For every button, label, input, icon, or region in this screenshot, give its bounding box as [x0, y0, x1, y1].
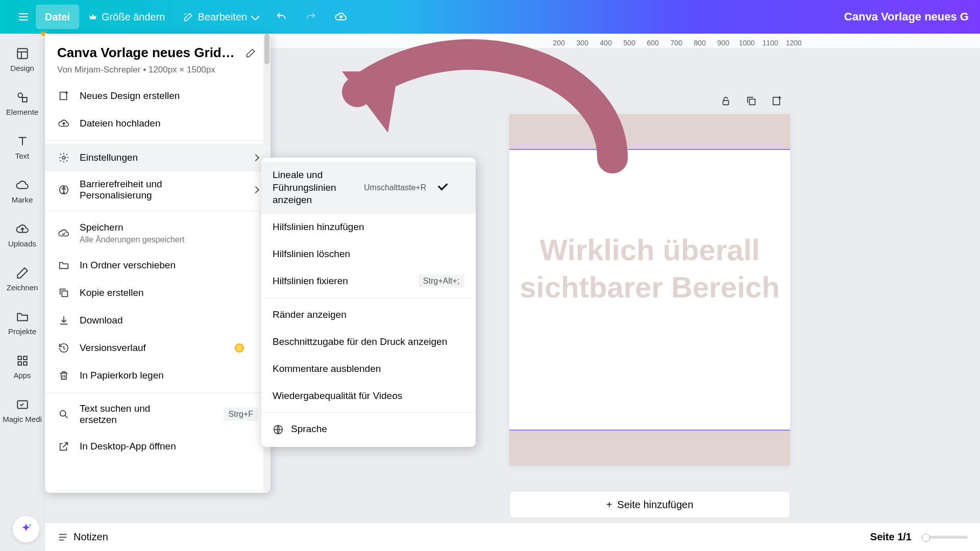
edit-button[interactable]: Bearbeiten [174, 5, 266, 29]
rail-apps[interactable]: Apps [2, 346, 43, 387]
show-margins-item[interactable]: Ränder anzeigen [261, 302, 476, 329]
cloud-sync-button[interactable] [326, 5, 356, 29]
settings-submenu: Lineale und Führungslinien anzeigen Umsc… [261, 158, 476, 447]
rail-uploads[interactable]: Uploads [2, 214, 43, 255]
make-copy-item[interactable]: Kopie erstellen [45, 279, 271, 307]
pencil-icon [15, 266, 30, 280]
redo-button[interactable] [296, 5, 326, 29]
file-menu-subtitle: Von Mirjam-Schrepler • 1200px × 1500px [57, 65, 258, 75]
brand-icon: 👑 [15, 178, 30, 192]
new-design-icon [57, 89, 70, 103]
svg-rect-11 [23, 362, 27, 365]
svg-rect-13 [723, 101, 729, 105]
svg-rect-9 [23, 356, 27, 360]
shortcut-label: Strg+Alt+; [418, 274, 464, 288]
svg-point-20 [62, 156, 65, 159]
add-page-button[interactable]: + Seite hinzufügen [509, 491, 790, 518]
topbar: Datei Größe ändern Bearbeiten Canva Vorl… [0, 0, 980, 34]
undo-button[interactable] [266, 5, 296, 29]
bottom-bar: Notizen Seite 1/1 [45, 522, 980, 551]
svg-rect-23 [62, 291, 67, 296]
rail-draw[interactable]: Zeichnen [2, 258, 43, 299]
template-icon [15, 46, 30, 61]
magic-wand-icon [183, 12, 193, 22]
folder-move-icon [57, 259, 70, 272]
file-menu: Canva Vorlage neues Grid 2… Von Mirjam-S… [45, 34, 271, 493]
version-history-item[interactable]: Versionsverlauf [45, 334, 271, 362]
doc-title[interactable]: Canva Vorlage neues G [844, 10, 969, 23]
show-bleed-item[interactable]: Beschnittzugabe für den Druck anzeigen [261, 329, 476, 356]
gear-icon [57, 151, 70, 164]
chevron-right-icon [252, 186, 259, 193]
globe-icon [273, 424, 284, 435]
duplicate-page-button[interactable] [744, 94, 758, 108]
new-design-item[interactable]: Neues Design erstellen [45, 82, 271, 110]
chevron-down-icon [251, 11, 257, 23]
rail-brand[interactable]: 👑Marke [2, 170, 43, 211]
svg-point-22 [63, 187, 65, 188]
chevron-right-icon [252, 154, 259, 161]
upload-icon [15, 222, 30, 236]
side-rail: Design Elemente Text 👑Marke Uploads Zeic… [0, 34, 45, 551]
svg-point-26 [29, 524, 31, 526]
check-icon [438, 183, 449, 193]
text-icon [15, 134, 30, 148]
hamburger-menu[interactable] [11, 5, 36, 29]
svg-rect-7 [22, 97, 27, 102]
download-icon [57, 314, 70, 327]
upload-files-item[interactable]: Dateien hochladen [45, 110, 271, 137]
folder-icon [15, 310, 30, 324]
hide-comments-item[interactable]: Kommentare ausblenden [261, 356, 476, 383]
history-icon [57, 341, 70, 355]
lock-page-button[interactable] [719, 94, 733, 108]
magic-fab[interactable] [12, 515, 40, 543]
search-icon [57, 408, 70, 421]
delete-guides-item[interactable]: Hilfslinien löschen [261, 241, 476, 268]
add-guides-item[interactable]: Hilfslinien hinzufügen [261, 214, 476, 241]
find-replace-item[interactable]: Text suchen und ersetzen Strg+F [45, 396, 271, 433]
a11y-item[interactable]: Barrierefreiheit und Personalisierung [45, 171, 271, 208]
file-button[interactable]: Datei [36, 5, 79, 29]
highlight-badge [235, 343, 244, 353]
magic-media-icon [15, 397, 30, 412]
svg-rect-19 [60, 92, 67, 100]
rail-elements[interactable]: Elemente [2, 83, 43, 123]
canvas-text[interactable]: Wirklich überall sichtbarer Bereich [509, 232, 790, 306]
notes-button[interactable]: Notizen [57, 531, 108, 543]
accessibility-icon [57, 183, 70, 196]
resize-button[interactable]: Größe ändern [79, 5, 175, 29]
canvas-page[interactable]: Wirklich überall sichtbarer Bereich [509, 114, 790, 465]
svg-rect-3 [17, 48, 28, 59]
zoom-slider[interactable] [922, 536, 968, 539]
svg-point-24 [60, 411, 66, 416]
file-menu-title[interactable]: Canva Vorlage neues Grid 2… [57, 45, 238, 61]
page-tools [719, 94, 784, 108]
rail-text[interactable]: Text [2, 127, 43, 167]
trash-icon [57, 369, 70, 382]
settings-item[interactable]: Einstellungen [45, 144, 271, 171]
video-quality-item[interactable]: Wiedergabequalität für Videos [261, 383, 476, 410]
add-page-icon-button[interactable] [770, 94, 784, 108]
rename-button[interactable] [243, 45, 258, 61]
lock-guides-item[interactable]: Hilfslinien fixieren Strg+Alt+; [261, 267, 476, 295]
language-item[interactable]: Sprache [261, 416, 476, 443]
crown-icon [88, 12, 97, 21]
save-item[interactable]: Speichern Alle Änderungen gespeichert [45, 215, 271, 252]
svg-rect-14 [749, 99, 755, 105]
rail-design[interactable]: Design [2, 39, 43, 80]
copy-icon [57, 286, 70, 299]
download-item[interactable]: Download [45, 307, 271, 334]
page-counter[interactable]: Seite 1/1 [870, 531, 912, 543]
rail-projects[interactable]: Projekte [2, 302, 43, 343]
trash-item[interactable]: In Papierkorb legen [45, 362, 271, 389]
svg-rect-15 [773, 97, 780, 105]
svg-rect-10 [18, 362, 21, 365]
external-icon [57, 440, 70, 453]
move-folder-item[interactable]: In Ordner verschieben [45, 252, 271, 279]
shapes-icon [15, 90, 30, 105]
shortcut-label: Strg+F [224, 408, 258, 421]
rail-magic-media[interactable]: Magic Medi [2, 390, 43, 431]
show-rulers-item[interactable]: Lineale und Führungslinien anzeigen Umsc… [261, 162, 476, 214]
open-desktop-item[interactable]: In Desktop-App öffnen [45, 433, 271, 460]
page-bottom-band [509, 430, 790, 465]
